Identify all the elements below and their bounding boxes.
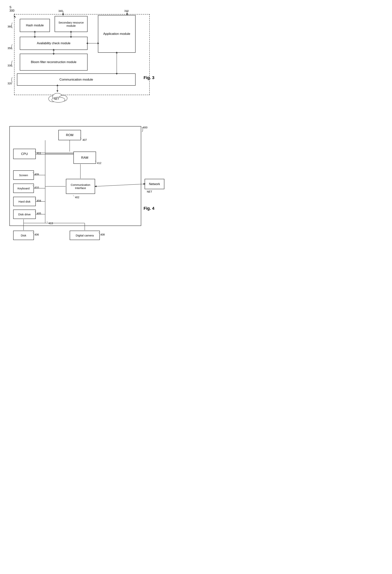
secondary-resource-module-box: Secondary resource module: [55, 16, 87, 32]
keyboard-box: Keyboard: [13, 184, 34, 193]
bloom-filter-module-box: Bloom filter reconstruction module: [20, 54, 87, 71]
application-module-box: Application module: [98, 15, 136, 53]
ref-413-label: 413: [49, 222, 53, 225]
fig3-title: Fig. 3: [144, 75, 154, 80]
harddisk-label: Hard disk: [19, 200, 30, 203]
communication-module-label: Communication module: [60, 78, 93, 82]
ram-label: RAM: [81, 156, 88, 160]
fig4-net-label: NET: [147, 190, 152, 193]
hash-module-box: Hash module: [20, 19, 50, 32]
ram-box: RAM: [73, 152, 96, 164]
disk-box: Disk: [13, 231, 34, 240]
screen-label: Screen: [19, 174, 28, 177]
communication-module-box: Communication module: [17, 73, 136, 86]
s-label: S: [9, 6, 11, 9]
cpu-box: CPU: [13, 149, 36, 159]
ref-411-label: 411: [37, 152, 41, 155]
ref-406-label: 406: [34, 233, 39, 236]
hash-module-label: Hash module: [26, 24, 44, 27]
ref-407-label: 407: [83, 138, 87, 141]
ref-409-label: 409: [34, 173, 39, 176]
availability-check-module-label: Availability check module: [37, 41, 70, 45]
ref-330-label: 330: [7, 64, 12, 67]
svg-text:NET: NET: [54, 97, 59, 100]
digcam-box: Digital camera: [70, 231, 100, 240]
ref-412-label: 412: [97, 162, 101, 164]
figure-3-wrapper: S 300 360 350 330 320 340 310 Applicatio…: [4, 4, 166, 113]
fig4-title: Fig. 4: [144, 206, 154, 211]
ref-300-label: 300: [9, 9, 15, 12]
harddisk-box: Hard disk: [13, 197, 36, 206]
ref-405-label: 405: [37, 212, 41, 215]
ref-404-label: 404: [37, 199, 41, 202]
ref-410-label: 410: [34, 186, 39, 189]
ref-320-label: 320: [7, 82, 12, 85]
ref-400-label: 400: [143, 126, 147, 129]
network-box: Network: [144, 179, 164, 189]
secondary-resource-module-label: Secondary resource module: [55, 21, 87, 27]
disk-label: Disk: [21, 234, 26, 237]
cpu-label: CPU: [21, 152, 28, 156]
screen-box: Screen: [13, 170, 34, 180]
rom-label: ROM: [66, 133, 73, 137]
commif-box: Communication Interface: [66, 179, 95, 194]
rom-box: ROM: [58, 130, 81, 140]
availability-check-module-box: Availability check module: [20, 37, 87, 50]
ref-340-label: 340: [58, 9, 63, 12]
ref-360-label: 360: [7, 25, 12, 28]
network-label: Network: [149, 183, 160, 186]
main-container: S 300 360 350 330 320 340 310 Applicatio…: [4, 4, 166, 237]
figure-4-wrapper: 400 ROM 407 RAM 412 CPU 411 Screen 409 K…: [4, 121, 166, 237]
commif-label: Communication Interface: [66, 183, 95, 190]
application-module-label: Application module: [103, 32, 130, 36]
ref-408-label: 408: [100, 233, 105, 236]
ref-350-label: 350: [7, 47, 12, 50]
digcam-label: Digital camera: [76, 234, 94, 237]
diskdrive-label: Disk drive: [18, 213, 31, 216]
net-cloud-svg: NET: [47, 90, 70, 103]
ref-310-label: 310: [124, 9, 129, 12]
ref-402-label: 402: [75, 196, 79, 199]
bloom-filter-module-label: Bloom filter reconstruction module: [31, 61, 76, 64]
diskdrive-box: Disk drive: [13, 209, 36, 219]
keyboard-label: Keyboard: [18, 187, 30, 190]
